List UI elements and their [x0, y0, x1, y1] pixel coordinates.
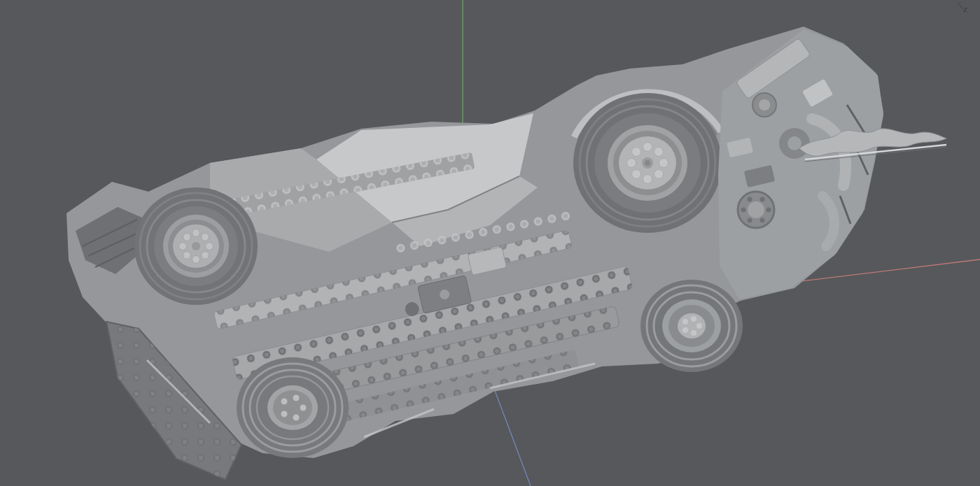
wheel-bottom-rear	[640, 280, 743, 372]
gizmo-z-text: z	[963, 5, 967, 14]
wheel-rear-right	[573, 92, 722, 233]
3d-viewport[interactable]: z	[0, 0, 980, 486]
wheel-front-left	[134, 187, 258, 305]
wheel-bottom-front	[237, 357, 349, 458]
viewport-canvas[interactable]: z	[0, 0, 980, 486]
